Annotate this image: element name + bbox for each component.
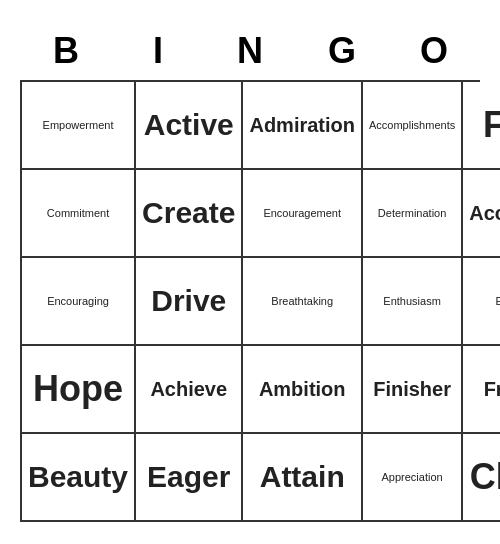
- cell-text: Faith: [483, 104, 500, 146]
- cell-r1-c3: Determination: [363, 170, 463, 258]
- bingo-card: BINGO EmpowermentActiveAdmirationAccompl…: [10, 12, 490, 532]
- cell-r3-c4: Freedom: [463, 346, 500, 434]
- cell-r2-c0: Encouraging: [22, 258, 136, 346]
- cell-text: Hope: [33, 368, 123, 410]
- cell-text: Admiration: [249, 114, 355, 137]
- cell-text: Create: [142, 196, 235, 230]
- cell-r0-c1: Active: [136, 82, 243, 170]
- cell-text: Attain: [260, 460, 345, 494]
- cell-text: Experiences: [496, 295, 500, 307]
- cell-r3-c0: Hope: [22, 346, 136, 434]
- cell-text: Clarity: [470, 456, 500, 498]
- cell-text: Accomplish: [469, 202, 500, 225]
- header-letter: B: [20, 22, 112, 80]
- cell-r0-c4: Faith: [463, 82, 500, 170]
- cell-text: Empowerment: [43, 119, 114, 131]
- header-letter: I: [112, 22, 204, 80]
- cell-r1-c0: Commitment: [22, 170, 136, 258]
- cell-text: Enthusiasm: [383, 295, 440, 307]
- cell-r2-c4: Experiences: [463, 258, 500, 346]
- cell-r4-c4: Clarity: [463, 434, 500, 522]
- cell-r1-c1: Create: [136, 170, 243, 258]
- cell-text: Achieve: [150, 378, 227, 401]
- cell-r4-c1: Eager: [136, 434, 243, 522]
- cell-r2-c2: Breathtaking: [243, 258, 363, 346]
- cell-r2-c3: Enthusiasm: [363, 258, 463, 346]
- cell-text: Determination: [378, 207, 446, 219]
- cell-text: Finisher: [373, 378, 451, 401]
- header-letter: O: [388, 22, 480, 80]
- cell-text: Encouragement: [263, 207, 341, 219]
- cell-r1-c2: Encouragement: [243, 170, 363, 258]
- cell-text: Encouraging: [47, 295, 109, 307]
- cell-text: Commitment: [47, 207, 109, 219]
- cell-text: Eager: [147, 460, 230, 494]
- cell-text: Active: [144, 108, 234, 142]
- cell-text: Accomplishments: [369, 119, 455, 131]
- bingo-header: BINGO: [20, 22, 480, 80]
- cell-text: Drive: [151, 284, 226, 318]
- cell-r3-c3: Finisher: [363, 346, 463, 434]
- bingo-grid: EmpowermentActiveAdmirationAccomplishmen…: [20, 80, 480, 522]
- cell-r4-c0: Beauty: [22, 434, 136, 522]
- cell-text: Freedom: [484, 378, 500, 401]
- cell-r3-c1: Achieve: [136, 346, 243, 434]
- cell-r1-c4: Accomplish: [463, 170, 500, 258]
- cell-r2-c1: Drive: [136, 258, 243, 346]
- cell-text: Beauty: [28, 460, 128, 494]
- header-letter: G: [296, 22, 388, 80]
- cell-text: Ambition: [259, 378, 346, 401]
- cell-r0-c3: Accomplishments: [363, 82, 463, 170]
- cell-r4-c3: Appreciation: [363, 434, 463, 522]
- cell-text: Breathtaking: [271, 295, 333, 307]
- cell-r0-c0: Empowerment: [22, 82, 136, 170]
- cell-text: Appreciation: [382, 471, 443, 483]
- cell-r3-c2: Ambition: [243, 346, 363, 434]
- cell-r0-c2: Admiration: [243, 82, 363, 170]
- header-letter: N: [204, 22, 296, 80]
- cell-r4-c2: Attain: [243, 434, 363, 522]
